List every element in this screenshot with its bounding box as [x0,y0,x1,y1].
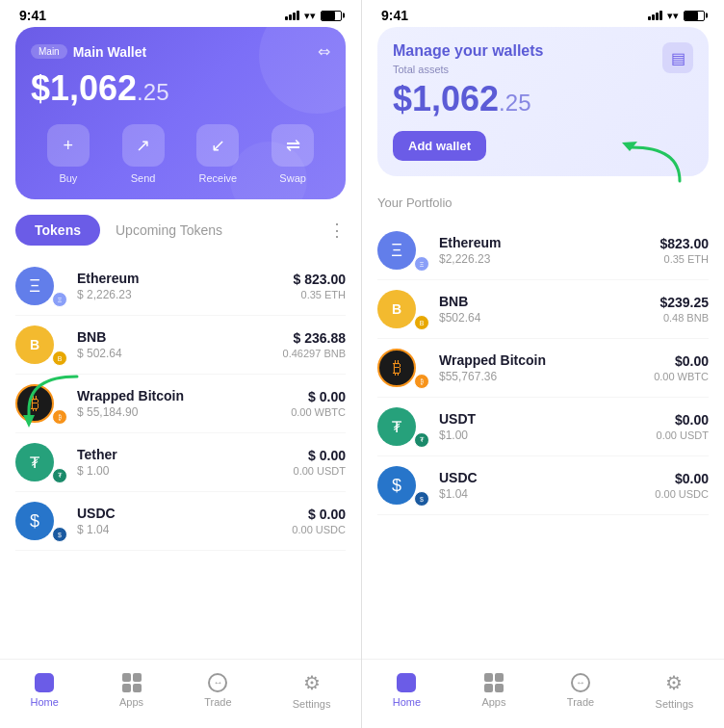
token-item-bnb[interactable]: B B BNB $ 502.64 $ 236.88 0.46297 BNB [15,316,346,375]
nav-settings-right[interactable]: ⚙ Settings [656,671,694,710]
status-icons-left: ▾▾ [285,10,342,22]
bnb-value: $ 236.88 0.46297 BNB [283,330,346,359]
token-item-bnb-right[interactable]: B B BNB $502.64 $239.25 0.48 BNB [377,280,709,339]
usdt-holdings: 0.00 USDT [294,465,346,477]
bnb-name: BNB [77,329,283,345]
wifi-icon: ▾▾ [304,10,316,22]
usdt-info-right: USDT $1.00 [439,411,657,442]
wbtc-holdings: 0.00 WBTC [291,406,346,418]
tab-more-icon[interactable]: ⋮ [328,220,346,241]
usdt-price-right: $1.00 [439,429,657,442]
bnb-value-right: $239.25 0.48 BNB [659,295,709,324]
nav-home-left[interactable]: Home [31,673,59,708]
manage-subtitle: Total assets [393,64,693,75]
usdc-price-right: $1.04 [439,487,655,501]
usdt-icon-wrapper-right: ₮ ₮ [377,407,427,446]
nav-apps-label: Apps [119,696,143,708]
usdc-name: USDC [77,506,292,521]
usdt-name: Tether [77,447,294,462]
token-item-usdc[interactable]: $ $ USDC $ 1.04 $ 0.00 0.00 USDC [15,492,346,551]
bnb-name-right: BNB [439,294,659,309]
buy-button[interactable]: + [47,124,90,167]
eth-amount: $ 823.00 [294,272,347,287]
send-button[interactable]: ↗ [122,124,165,167]
eth-info-right: Ethereum $2,226.23 [439,235,659,266]
buy-action[interactable]: + Buy [47,124,90,184]
bnb-holdings-right: 0.48 BNB [659,312,709,324]
status-bar-right: 9:41 ▾▾ [362,0,724,27]
left-phone-content: Main Main Wallet ⇔ $1,062.25 + Buy ↗ Sen… [0,27,361,551]
portfolio-title: Your Portfolio [377,195,709,210]
bnb-info-right: BNB $502.64 [439,294,659,325]
bottom-nav-right: Home Apps ↔ Trade ⚙ Settings [362,659,724,728]
nav-apps-left[interactable]: Apps [119,673,143,708]
signal-icon [285,11,299,20]
nav-home-label: Home [31,696,59,708]
battery-icon [321,11,342,21]
usdt-icon-right: ₮ [377,407,416,446]
tab-upcoming[interactable]: Upcoming Tokens [100,215,238,246]
settings-icon-right: ⚙ [665,671,683,694]
bnb-icon-wrapper-right: B B [377,290,427,328]
token-item-usdc-right[interactable]: $ $ USDC $1.04 $0.00 0.00 USDC [377,456,709,515]
bnb-amount-right: $239.25 [659,295,709,310]
eth-amount-right: $823.00 [659,236,709,251]
usdt-amount: $ 0.00 [294,448,346,463]
receive-button[interactable]: ↙ [196,124,239,167]
wbtc-value: $ 0.00 0.00 WBTC [291,389,346,418]
nav-trade-left[interactable]: ↔ Trade [204,673,231,708]
swap-button[interactable]: ⇌ [272,124,314,167]
receive-action[interactable]: ↙ Receive [196,124,239,184]
time-right: 9:41 [381,8,408,23]
token-item-usdt[interactable]: ₮ ₮ Tether $ 1.00 $ 0.00 0.00 USDT [15,433,346,492]
nav-settings-label-right: Settings [656,698,694,710]
token-item-eth[interactable]: Ξ Ξ Ethereum $ 2,226.23 $ 823.00 0.35 ET… [15,257,346,316]
token-list-right: Ξ Ξ Ethereum $2,226.23 $823.00 0.35 ETH … [377,221,709,515]
token-item-eth-right[interactable]: Ξ Ξ Ethereum $2,226.23 $823.00 0.35 ETH [377,221,709,280]
bnb-price: $ 502.64 [77,347,283,360]
usdt-value: $ 0.00 0.00 USDT [294,448,346,477]
status-icons-right: ▾▾ [648,10,705,22]
usdc-sub-icon-right: $ [414,491,429,507]
usdc-name-right: USDC [439,470,655,485]
eth-icon-wrapper-right: Ξ Ξ [377,231,427,270]
nav-settings-left[interactable]: ⚙ Settings [293,671,331,710]
left-phone: 9:41 ▾▾ Main Main Wallet ⇔ [0,0,362,728]
manage-balance: $1,062.25 [393,79,693,119]
nav-home-right[interactable]: Home [393,673,421,708]
wallet-balance: $1,062.25 [31,68,330,109]
wbtc-name-right: Wrapped Bitcoin [439,352,654,368]
bnb-sub-icon-right: B [414,315,429,330]
token-item-wbtc-right[interactable]: ₿ ₿ Wrapped Bitcoin $55,767.36 $0.00 0.0… [377,339,709,398]
add-wallet-button[interactable]: Add wallet [393,131,486,161]
eth-sub-icon: Ξ [52,292,67,307]
bnb-amount: $ 236.88 [283,330,346,346]
signal-icon-right [648,11,662,20]
usdc-value: $ 0.00 0.00 USDC [292,507,346,535]
usdt-name-right: USDT [439,411,657,427]
wallet-icon-right: ▤ [662,42,693,73]
nav-home-label-right: Home [393,696,421,708]
settings-icon: ⚙ [303,671,321,694]
token-item-usdt-right[interactable]: ₮ ₮ USDT $1.00 $0.00 0.00 USDT [377,398,709,456]
nav-trade-right[interactable]: ↔ Trade [567,673,594,708]
nav-apps-label-right: Apps [481,696,505,708]
wbtc-icon-right: ₿ [377,349,416,387]
send-action[interactable]: ↗ Send [122,124,165,184]
usdc-amount: $ 0.00 [292,507,346,522]
tab-tokens[interactable]: Tokens [15,215,100,246]
right-phone-content: Manage your wallets ▤ Total assets $1,06… [362,27,724,515]
nav-apps-right[interactable]: Apps [481,673,505,708]
usdt-holdings-right: 0.00 USDT [657,429,709,441]
manage-title: Manage your wallets [393,42,693,60]
usdc-holdings: 0.00 USDC [292,524,346,535]
wifi-icon-right: ▾▾ [667,10,679,22]
eth-price: $ 2,226.23 [77,288,294,301]
usdt-amount-right: $0.00 [657,412,709,428]
wallet-actions: + Buy ↗ Send ↙ Receive ⇌ Swap [31,124,330,184]
eth-holdings: 0.35 ETH [294,289,347,300]
usdc-info: USDC $ 1.04 [77,506,292,536]
expand-icon[interactable]: ⇔ [318,42,330,61]
usdc-icon: $ [15,502,54,540]
swap-action[interactable]: ⇌ Swap [272,124,314,184]
